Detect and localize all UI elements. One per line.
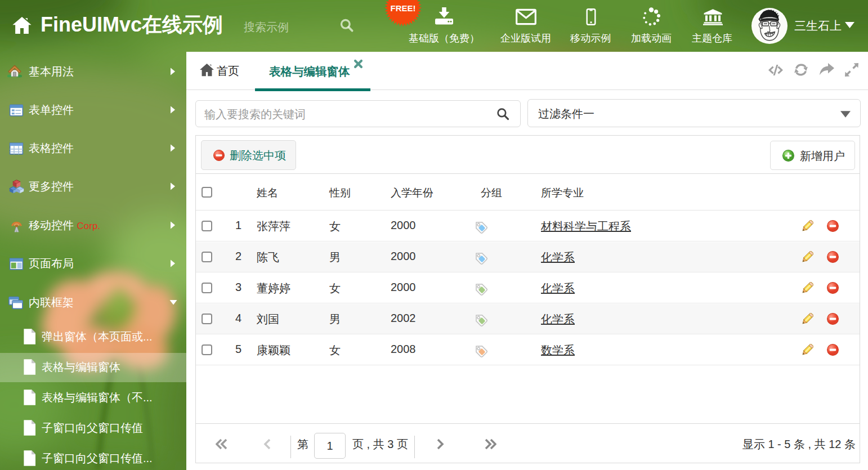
svg-text:FREE!: FREE! <box>391 3 416 13</box>
